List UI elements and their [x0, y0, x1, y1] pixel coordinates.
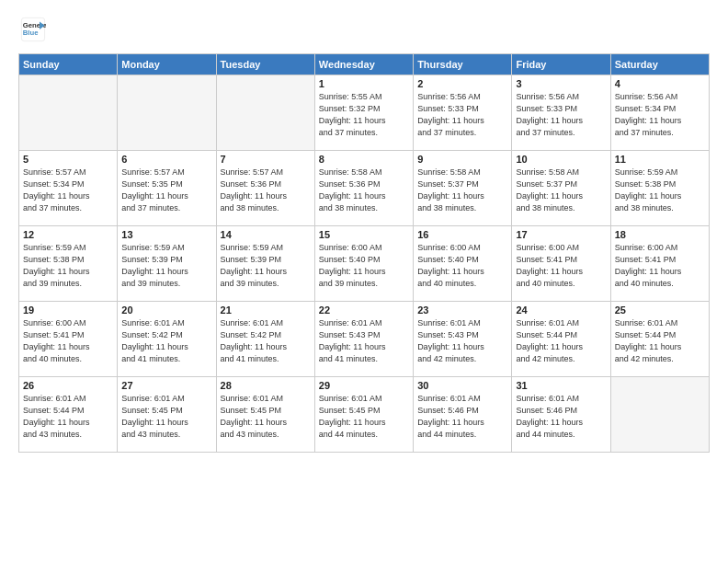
day-info: Sunrise: 6:00 AM Sunset: 5:41 PM Dayligh… — [23, 317, 113, 365]
weekday-header-wednesday: Wednesday — [314, 54, 413, 75]
calendar-cell: 14Sunrise: 5:59 AM Sunset: 5:39 PM Dayli… — [216, 226, 314, 302]
day-number: 15 — [319, 229, 409, 240]
day-number: 21 — [221, 304, 311, 316]
day-info: Sunrise: 5:59 AM Sunset: 5:39 PM Dayligh… — [121, 242, 211, 290]
weekday-header-sunday: Sunday — [19, 54, 118, 75]
day-number: 18 — [615, 229, 705, 240]
weekday-header-monday: Monday — [118, 54, 216, 75]
calendar-cell: 26Sunrise: 6:01 AM Sunset: 5:44 PM Dayli… — [19, 377, 118, 453]
day-info: Sunrise: 6:01 AM Sunset: 5:42 PM Dayligh… — [121, 317, 211, 365]
weekday-header-row: SundayMondayTuesdayWednesdayThursdayFrid… — [19, 54, 710, 75]
calendar-cell: 12Sunrise: 5:59 AM Sunset: 5:38 PM Dayli… — [19, 226, 118, 302]
day-number: 3 — [516, 78, 606, 89]
day-info: Sunrise: 6:01 AM Sunset: 5:43 PM Dayligh… — [319, 317, 409, 365]
calendar-cell: 22Sunrise: 6:01 AM Sunset: 5:43 PM Dayli… — [314, 302, 413, 377]
day-number: 5 — [23, 154, 113, 165]
calendar-cell: 27Sunrise: 6:01 AM Sunset: 5:45 PM Dayli… — [118, 377, 216, 453]
calendar-cell: 10Sunrise: 5:58 AM Sunset: 5:37 PM Dayli… — [512, 151, 610, 226]
calendar-cell: 18Sunrise: 6:00 AM Sunset: 5:41 PM Dayli… — [610, 226, 709, 302]
day-number: 28 — [221, 380, 311, 391]
svg-text:Blue: Blue — [23, 29, 39, 37]
day-number: 16 — [417, 229, 507, 240]
day-number: 24 — [516, 304, 606, 316]
calendar-cell: 21Sunrise: 6:01 AM Sunset: 5:42 PM Dayli… — [216, 302, 314, 377]
day-number: 9 — [417, 154, 507, 165]
calendar-cell: 5Sunrise: 5:57 AM Sunset: 5:34 PM Daylig… — [19, 151, 118, 226]
day-info: Sunrise: 5:56 AM Sunset: 5:33 PM Dayligh… — [516, 91, 606, 139]
day-info: Sunrise: 5:57 AM Sunset: 5:36 PM Dayligh… — [221, 167, 311, 214]
day-info: Sunrise: 5:55 AM Sunset: 5:32 PM Dayligh… — [319, 91, 409, 139]
weekday-header-thursday: Thursday — [414, 54, 512, 75]
calendar-cell: 19Sunrise: 6:00 AM Sunset: 5:41 PM Dayli… — [19, 302, 118, 377]
day-number: 12 — [23, 229, 113, 240]
day-number: 26 — [23, 380, 113, 391]
calendar-cell: 24Sunrise: 6:01 AM Sunset: 5:44 PM Dayli… — [512, 302, 610, 377]
weekday-header-saturday: Saturday — [610, 54, 709, 75]
day-number: 31 — [516, 380, 606, 391]
day-info: Sunrise: 6:01 AM Sunset: 5:44 PM Dayligh… — [516, 317, 606, 365]
day-info: Sunrise: 6:01 AM Sunset: 5:45 PM Dayligh… — [319, 393, 409, 441]
calendar-cell: 7Sunrise: 5:57 AM Sunset: 5:36 PM Daylig… — [216, 151, 314, 226]
day-number: 6 — [121, 154, 211, 165]
calendar-table: SundayMondayTuesdayWednesdayThursdayFrid… — [18, 53, 710, 453]
calendar-cell: 1Sunrise: 5:55 AM Sunset: 5:32 PM Daylig… — [314, 75, 413, 151]
day-info: Sunrise: 5:57 AM Sunset: 5:34 PM Dayligh… — [23, 167, 113, 214]
day-number: 4 — [615, 78, 705, 89]
calendar-cell: 28Sunrise: 6:01 AM Sunset: 5:45 PM Dayli… — [216, 377, 314, 453]
logo-icon: General Blue — [20, 17, 46, 42]
calendar-cell: 2Sunrise: 5:56 AM Sunset: 5:33 PM Daylig… — [414, 75, 512, 151]
calendar-week-row: 1Sunrise: 5:55 AM Sunset: 5:32 PM Daylig… — [19, 75, 710, 151]
day-info: Sunrise: 5:58 AM Sunset: 5:37 PM Dayligh… — [417, 167, 507, 214]
day-info: Sunrise: 5:58 AM Sunset: 5:37 PM Dayligh… — [516, 167, 606, 214]
calendar-cell: 30Sunrise: 6:01 AM Sunset: 5:46 PM Dayli… — [414, 377, 512, 453]
weekday-header-tuesday: Tuesday — [216, 54, 314, 75]
day-info: Sunrise: 6:00 AM Sunset: 5:40 PM Dayligh… — [417, 242, 507, 290]
weekday-header-friday: Friday — [512, 54, 610, 75]
day-number: 8 — [319, 154, 409, 165]
day-number: 29 — [319, 380, 409, 391]
day-info: Sunrise: 6:00 AM Sunset: 5:40 PM Dayligh… — [319, 242, 409, 290]
calendar-cell: 6Sunrise: 5:57 AM Sunset: 5:35 PM Daylig… — [118, 151, 216, 226]
calendar-week-row: 5Sunrise: 5:57 AM Sunset: 5:34 PM Daylig… — [19, 151, 710, 226]
calendar-cell: 13Sunrise: 5:59 AM Sunset: 5:39 PM Dayli… — [118, 226, 216, 302]
day-info: Sunrise: 6:01 AM Sunset: 5:42 PM Dayligh… — [221, 317, 311, 365]
day-info: Sunrise: 6:01 AM Sunset: 5:46 PM Dayligh… — [417, 393, 507, 441]
page: General Blue SundayMondayTuesdayWednesda… — [0, 0, 728, 563]
calendar-week-row: 26Sunrise: 6:01 AM Sunset: 5:44 PM Dayli… — [19, 377, 710, 453]
day-number: 11 — [615, 154, 705, 165]
day-number: 23 — [417, 304, 507, 316]
calendar-cell: 3Sunrise: 5:56 AM Sunset: 5:33 PM Daylig… — [512, 75, 610, 151]
day-info: Sunrise: 6:01 AM Sunset: 5:45 PM Dayligh… — [221, 393, 311, 441]
day-info: Sunrise: 5:57 AM Sunset: 5:35 PM Dayligh… — [121, 167, 211, 214]
calendar-cell: 23Sunrise: 6:01 AM Sunset: 5:43 PM Dayli… — [414, 302, 512, 377]
calendar-week-row: 12Sunrise: 5:59 AM Sunset: 5:38 PM Dayli… — [19, 226, 710, 302]
day-info: Sunrise: 6:01 AM Sunset: 5:46 PM Dayligh… — [516, 393, 606, 441]
day-info: Sunrise: 5:59 AM Sunset: 5:38 PM Dayligh… — [615, 167, 705, 214]
calendar-cell: 31Sunrise: 6:01 AM Sunset: 5:46 PM Dayli… — [512, 377, 610, 453]
day-number: 22 — [319, 304, 409, 316]
day-info: Sunrise: 5:59 AM Sunset: 5:38 PM Dayligh… — [23, 242, 113, 290]
day-number: 10 — [516, 154, 606, 165]
day-info: Sunrise: 6:01 AM Sunset: 5:43 PM Dayligh… — [417, 317, 507, 365]
day-number: 20 — [121, 304, 211, 316]
calendar-cell — [216, 75, 314, 151]
calendar-cell: 20Sunrise: 6:01 AM Sunset: 5:42 PM Dayli… — [118, 302, 216, 377]
calendar-week-row: 19Sunrise: 6:00 AM Sunset: 5:41 PM Dayli… — [19, 302, 710, 377]
day-info: Sunrise: 5:58 AM Sunset: 5:36 PM Dayligh… — [319, 167, 409, 214]
logo: General Blue — [18, 17, 46, 46]
calendar-cell: 25Sunrise: 6:01 AM Sunset: 5:44 PM Dayli… — [610, 302, 709, 377]
day-number: 1 — [319, 78, 409, 89]
calendar-cell: 29Sunrise: 6:01 AM Sunset: 5:45 PM Dayli… — [314, 377, 413, 453]
day-info: Sunrise: 5:59 AM Sunset: 5:39 PM Dayligh… — [221, 242, 311, 290]
day-number: 7 — [221, 154, 311, 165]
day-number: 13 — [121, 229, 211, 240]
day-number: 14 — [221, 229, 311, 240]
calendar-cell: 4Sunrise: 5:56 AM Sunset: 5:34 PM Daylig… — [610, 75, 709, 151]
day-info: Sunrise: 6:01 AM Sunset: 5:44 PM Dayligh… — [615, 317, 705, 365]
day-info: Sunrise: 6:01 AM Sunset: 5:44 PM Dayligh… — [23, 393, 113, 441]
day-info: Sunrise: 6:01 AM Sunset: 5:45 PM Dayligh… — [121, 393, 211, 441]
day-number: 25 — [615, 304, 705, 316]
calendar-cell: 17Sunrise: 6:00 AM Sunset: 5:41 PM Dayli… — [512, 226, 610, 302]
calendar-cell — [610, 377, 709, 453]
day-info: Sunrise: 5:56 AM Sunset: 5:33 PM Dayligh… — [417, 91, 507, 139]
